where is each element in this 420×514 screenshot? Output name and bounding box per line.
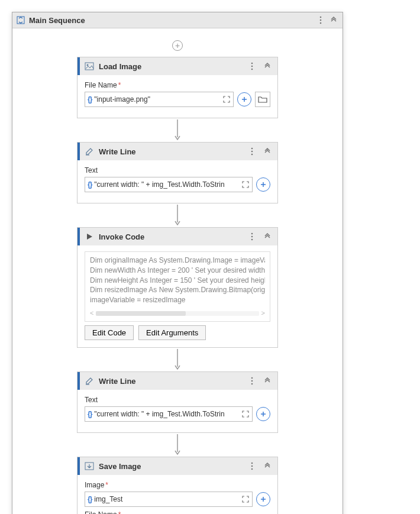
collapse-icon[interactable] <box>262 461 273 471</box>
sequence-title: Main Sequence <box>29 16 312 25</box>
edit-arguments-button[interactable]: Edit Arguments <box>138 325 206 340</box>
add-expression-button[interactable] <box>256 407 270 421</box>
more-icon[interactable] <box>315 15 326 25</box>
expand-icon[interactable] <box>241 180 250 189</box>
activity-title: Write Line <box>99 377 242 386</box>
activity-header[interactable]: Load Image <box>77 57 277 75</box>
save-image-activity[interactable]: Save Image Image* {} img_Test <box>77 457 278 514</box>
code-line: Dim originalImage As System.Drawing.Imag… <box>90 256 265 266</box>
svg-point-5 <box>87 64 89 66</box>
activity-title: Write Line <box>99 147 242 156</box>
svg-point-7 <box>251 66 253 67</box>
expression-icon: {} <box>88 410 92 418</box>
connector <box>172 348 183 371</box>
activity-header[interactable]: Write Line <box>77 372 277 390</box>
more-icon[interactable] <box>247 61 257 72</box>
file-name-label: File Name* <box>85 81 270 89</box>
code-line: Dim newHeight As Integer = 150 ' Set you… <box>90 276 265 286</box>
collapse-icon[interactable] <box>262 231 273 242</box>
svg-rect-0 <box>17 17 24 24</box>
text-input[interactable]: {} "current width: " + img_Test.Width.To… <box>85 177 253 192</box>
text-value: "current width: " + img_Test.Width.ToStr… <box>94 410 239 418</box>
svg-point-20 <box>251 377 253 379</box>
workflow-designer: Main Sequence + Load Image <box>12 12 343 514</box>
svg-point-27 <box>251 468 253 470</box>
svg-point-1 <box>320 17 322 18</box>
activity-title: Invoke Code <box>99 232 242 241</box>
connector <box>172 118 183 142</box>
file-name-label: File Name* <box>85 510 270 514</box>
svg-point-2 <box>320 20 322 21</box>
write-line-activity[interactable]: Write Line Text {} "current width: " + i… <box>77 371 278 433</box>
expand-icon[interactable] <box>241 410 250 418</box>
play-icon <box>85 232 94 241</box>
activity-title: Load Image <box>99 62 242 71</box>
expand-icon[interactable] <box>222 95 231 104</box>
connector <box>172 433 183 457</box>
activity-body: Image* {} img_Test File Name* <box>77 475 277 514</box>
invoke-code-activity[interactable]: Invoke Code Dim originalImage As System.… <box>77 227 278 348</box>
image-input[interactable]: {} img_Test <box>85 492 253 507</box>
text-input[interactable]: {} "current width: " + img_Test.Width.To… <box>85 406 253 422</box>
activity-header[interactable]: Save Image <box>77 457 277 475</box>
activity-body: Dim originalImage As System.Drawing.Imag… <box>77 245 277 347</box>
edit-code-button[interactable]: Edit Code <box>85 325 134 340</box>
browse-file-button[interactable] <box>255 92 270 107</box>
collapse-icon[interactable] <box>262 146 273 157</box>
activity-body: Text {} "current width: " + img_Test.Wid… <box>77 390 277 432</box>
activity-title: Save Image <box>99 462 242 471</box>
pencil-icon <box>85 147 94 156</box>
code-scrollbar[interactable]: < > <box>90 309 265 318</box>
code-line: Dim newWidth As Integer = 200 ' Set your… <box>90 266 265 276</box>
add-expression-button[interactable] <box>256 177 270 192</box>
svg-point-25 <box>251 463 253 464</box>
file-name-value: "input-image.png" <box>94 95 220 104</box>
scroll-left-icon[interactable]: < <box>90 309 93 318</box>
text-label: Text <box>85 396 270 404</box>
more-icon[interactable] <box>247 146 257 157</box>
text-value: "current width: " + img_Test.Width.ToStr… <box>94 180 239 189</box>
pencil-icon <box>85 376 94 386</box>
more-icon[interactable] <box>247 376 257 386</box>
svg-point-17 <box>251 239 253 241</box>
more-icon[interactable] <box>247 231 257 242</box>
code-preview[interactable]: Dim originalImage As System.Drawing.Imag… <box>85 251 270 322</box>
collapse-icon[interactable] <box>262 61 273 72</box>
svg-point-11 <box>251 148 253 150</box>
image-label: Image* <box>85 481 270 489</box>
svg-point-6 <box>251 63 253 64</box>
add-activity-top-button[interactable]: + <box>172 40 183 51</box>
activity-header[interactable]: Invoke Code <box>77 228 277 245</box>
code-line: imageVariable = resizedImage <box>90 295 265 305</box>
sequence-icon <box>16 15 25 25</box>
svg-point-3 <box>320 22 322 24</box>
svg-point-22 <box>251 383 253 385</box>
expression-icon: {} <box>88 95 92 104</box>
load-image-activity[interactable]: Load Image File Name* {} "input-image.pn… <box>77 57 278 118</box>
text-label: Text <box>85 166 270 174</box>
expand-icon[interactable] <box>241 495 250 503</box>
image-value: img_Test <box>94 495 239 503</box>
image-icon <box>85 62 94 71</box>
activity-header[interactable]: Write Line <box>77 143 277 160</box>
sequence-header[interactable]: Main Sequence <box>12 12 343 28</box>
more-icon[interactable] <box>247 461 257 471</box>
write-line-activity[interactable]: Write Line Text {} "current width: " + i… <box>77 142 278 203</box>
collapse-icon[interactable] <box>262 376 273 386</box>
connector <box>172 203 183 227</box>
add-expression-button[interactable] <box>237 92 251 106</box>
expression-icon: {} <box>88 180 92 189</box>
scroll-right-icon[interactable]: > <box>261 309 265 318</box>
activity-body: Text {} "current width: " + img_Test.Wid… <box>77 160 277 203</box>
expression-icon: {} <box>88 495 92 503</box>
svg-point-26 <box>251 465 253 467</box>
file-name-input[interactable]: {} "input-image.png" <box>85 92 234 107</box>
svg-point-12 <box>251 151 253 153</box>
code-line: Dim resizedImage As New System.Drawing.B… <box>90 285 265 295</box>
svg-point-16 <box>251 236 253 238</box>
save-image-icon <box>85 461 94 471</box>
collapse-icon[interactable] <box>328 15 339 25</box>
svg-point-8 <box>251 69 253 70</box>
add-expression-button[interactable] <box>256 492 270 506</box>
svg-point-15 <box>251 233 253 235</box>
